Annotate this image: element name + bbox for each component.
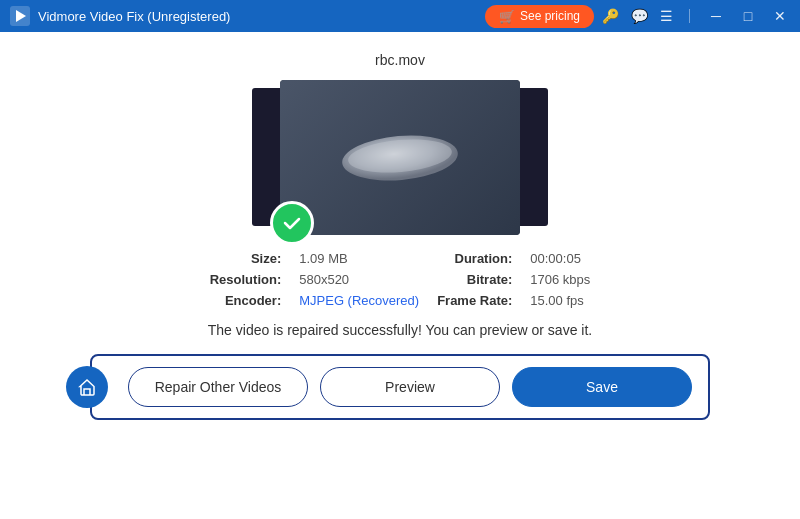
success-badge	[270, 201, 314, 245]
main-content: rbc.mov	[0, 32, 800, 519]
titlebar: Vidmore Video Fix (Unregistered) 🛒 See p…	[0, 0, 800, 32]
success-message: The video is repaired successfully! You …	[208, 322, 592, 338]
maximize-button[interactable]: □	[738, 8, 758, 24]
resolution-label: Resolution:	[210, 272, 282, 287]
video-right-panel	[520, 88, 548, 226]
bitrate-value: 1706 kbps	[530, 272, 590, 287]
see-pricing-button[interactable]: 🛒 See pricing	[485, 5, 594, 28]
video-object	[335, 130, 465, 185]
duration-label: Duration:	[437, 251, 512, 266]
preview-button[interactable]: Preview	[320, 367, 500, 407]
divider	[689, 9, 690, 23]
video-filename: rbc.mov	[375, 52, 425, 68]
minimize-button[interactable]: ─	[706, 8, 726, 24]
size-label: Size:	[210, 251, 282, 266]
pricing-label: See pricing	[520, 9, 580, 23]
cart-icon: 🛒	[499, 9, 515, 24]
video-info-grid: Size: 1.09 MB Duration: 00:00:05 Resolut…	[210, 251, 591, 308]
encoder-value: MJPEG (Recovered)	[299, 293, 419, 308]
chat-icon[interactable]: 💬	[631, 8, 648, 24]
video-preview	[280, 80, 520, 235]
framerate-value: 15.00 fps	[530, 293, 590, 308]
close-button[interactable]: ✕	[770, 8, 790, 24]
video-thumbnail	[280, 80, 520, 235]
menu-icon[interactable]: ☰	[660, 8, 673, 24]
framerate-label: Frame Rate:	[437, 293, 512, 308]
resolution-value: 580x520	[299, 272, 419, 287]
repair-other-button[interactable]: Repair Other Videos	[128, 367, 308, 407]
bitrate-label: Bitrate:	[437, 272, 512, 287]
video-left-panel	[252, 88, 280, 226]
app-logo	[10, 6, 30, 26]
home-button[interactable]	[66, 366, 108, 408]
key-icon[interactable]: 🔑	[602, 8, 619, 24]
titlebar-controls: 🔑 💬 ☰ ─ □ ✕	[602, 8, 790, 24]
save-button[interactable]: Save	[512, 367, 692, 407]
action-area: Repair Other Videos Preview Save	[90, 354, 710, 420]
encoder-label: Encoder:	[210, 293, 282, 308]
app-title: Vidmore Video Fix (Unregistered)	[38, 9, 485, 24]
duration-value: 00:00:05	[530, 251, 590, 266]
size-value: 1.09 MB	[299, 251, 419, 266]
